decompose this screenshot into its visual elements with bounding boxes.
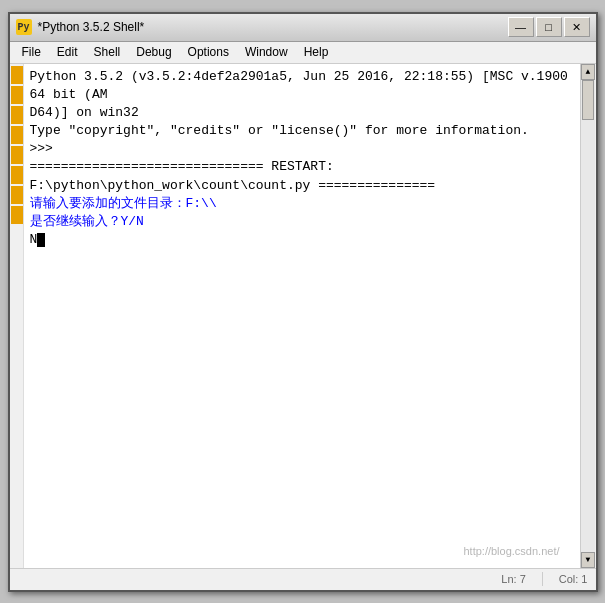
terminal-line-8: N bbox=[30, 231, 574, 249]
accent-block bbox=[11, 166, 23, 184]
window-title: *Python 3.5.2 Shell* bbox=[38, 20, 508, 34]
scroll-thumb[interactable] bbox=[582, 80, 594, 120]
main-window: Py *Python 3.5.2 Shell* — □ ✕ File Edit … bbox=[8, 12, 598, 592]
scrollbar[interactable]: ▲ ▼ bbox=[580, 64, 596, 568]
scroll-up-button[interactable]: ▲ bbox=[581, 64, 595, 80]
status-col: Col: 1 bbox=[559, 573, 588, 585]
window-controls: — □ ✕ bbox=[508, 17, 590, 37]
menu-options[interactable]: Options bbox=[180, 43, 237, 61]
maximize-button[interactable]: □ bbox=[536, 17, 562, 37]
cursor bbox=[37, 233, 45, 247]
watermark: http://blog.csdn.net/ bbox=[463, 544, 559, 559]
close-button[interactable]: ✕ bbox=[564, 17, 590, 37]
terminal-line-2: D64)] on win32 bbox=[30, 104, 574, 122]
menu-window[interactable]: Window bbox=[237, 43, 296, 61]
content-area: Python 3.5.2 (v3.5.2:4def2a2901a5, Jun 2… bbox=[10, 64, 596, 568]
menu-bar: File Edit Shell Debug Options Window Hel… bbox=[10, 42, 596, 64]
left-accent bbox=[10, 64, 24, 568]
status-divider bbox=[542, 572, 543, 586]
terminal-line-1: Python 3.5.2 (v3.5.2:4def2a2901a5, Jun 2… bbox=[30, 68, 574, 104]
title-bar: Py *Python 3.5.2 Shell* — □ ✕ bbox=[10, 14, 596, 42]
accent-block bbox=[11, 186, 23, 204]
menu-debug[interactable]: Debug bbox=[128, 43, 179, 61]
terminal-line-6: 请输入要添加的文件目录：F:\\ bbox=[30, 195, 574, 213]
terminal-output[interactable]: Python 3.5.2 (v3.5.2:4def2a2901a5, Jun 2… bbox=[24, 64, 580, 568]
accent-block bbox=[11, 106, 23, 124]
accent-block bbox=[11, 66, 23, 84]
accent-block bbox=[11, 126, 23, 144]
terminal-line-4: >>> bbox=[30, 140, 574, 158]
scroll-track bbox=[581, 80, 595, 552]
menu-help[interactable]: Help bbox=[296, 43, 337, 61]
window-icon: Py bbox=[16, 19, 32, 35]
status-ln: Ln: 7 bbox=[501, 573, 525, 585]
status-bar: Ln: 7 Col: 1 bbox=[10, 568, 596, 590]
accent-block bbox=[11, 206, 23, 224]
accent-block bbox=[11, 146, 23, 164]
terminal-line-3: Type "copyright", "credits" or "license(… bbox=[30, 122, 574, 140]
minimize-button[interactable]: — bbox=[508, 17, 534, 37]
menu-edit[interactable]: Edit bbox=[49, 43, 86, 61]
accent-block bbox=[11, 86, 23, 104]
scroll-down-button[interactable]: ▼ bbox=[581, 552, 595, 568]
menu-shell[interactable]: Shell bbox=[86, 43, 129, 61]
terminal-line-7: 是否继续输入？Y/N bbox=[30, 213, 574, 231]
menu-file[interactable]: File bbox=[14, 43, 49, 61]
terminal-line-5: ============================== RESTART: … bbox=[30, 158, 574, 194]
